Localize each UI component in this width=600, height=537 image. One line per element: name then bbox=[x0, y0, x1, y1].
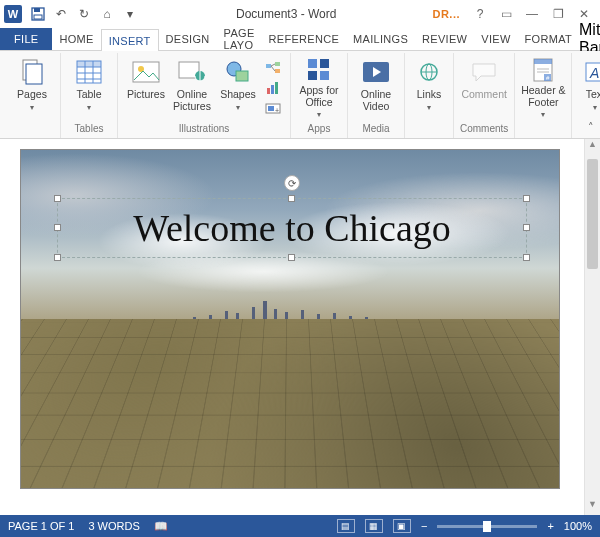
tab-references[interactable]: REFERENCE bbox=[262, 28, 347, 50]
qat-customize-icon[interactable]: ▾ bbox=[120, 4, 140, 24]
window-title: Document3 - Word bbox=[140, 7, 432, 21]
group-tables: Table ▾ Tables bbox=[61, 53, 118, 138]
svg-rect-19 bbox=[266, 64, 271, 68]
read-mode-icon[interactable]: ▤ bbox=[337, 519, 355, 533]
tab-page-layout[interactable]: PAGE LAYO bbox=[217, 28, 262, 50]
table-button[interactable]: Table ▾ bbox=[67, 55, 111, 117]
group-pages: Pages ▾ bbox=[4, 53, 61, 138]
links-button[interactable]: Links ▾ bbox=[411, 55, 447, 117]
page-count[interactable]: PAGE 1 OF 1 bbox=[8, 520, 74, 532]
web-layout-icon[interactable]: ▣ bbox=[393, 519, 411, 533]
tab-view[interactable]: VIEW bbox=[474, 28, 517, 50]
zoom-in-button[interactable]: + bbox=[547, 520, 553, 532]
ribbon: Pages ▾ Table ▾ Tables Pictures Online P… bbox=[0, 51, 600, 139]
scroll-thumb[interactable] bbox=[587, 159, 598, 269]
help-icon[interactable]: ? bbox=[468, 4, 492, 24]
dropbox-badge[interactable]: DR... bbox=[432, 8, 460, 20]
smartart-icon[interactable] bbox=[262, 59, 284, 77]
comment-label: Comment bbox=[461, 89, 507, 101]
header-footer-icon: # bbox=[528, 57, 558, 83]
svg-rect-31 bbox=[320, 59, 329, 68]
svg-rect-2 bbox=[34, 15, 42, 19]
zoom-level[interactable]: 100% bbox=[564, 520, 592, 532]
tab-file[interactable]: FILE bbox=[0, 28, 52, 50]
restore-icon[interactable]: ❐ bbox=[546, 4, 570, 24]
status-bar: PAGE 1 OF 1 3 WORDS 📖 ▤ ▦ ▣ − + 100% bbox=[0, 515, 600, 537]
apps-for-office-icon bbox=[304, 57, 334, 83]
resize-handle-se[interactable] bbox=[523, 254, 530, 261]
scroll-down-icon[interactable]: ▼ bbox=[585, 499, 600, 515]
resize-handle-sw[interactable] bbox=[54, 254, 61, 261]
chevron-down-icon: ▾ bbox=[427, 103, 431, 112]
chevron-down-icon: ▾ bbox=[317, 110, 321, 119]
quick-access-toolbar: ↶ ↻ ⌂ ▾ bbox=[28, 4, 140, 24]
ribbon-display-options-icon[interactable]: ▭ bbox=[494, 4, 518, 24]
svg-line-22 bbox=[271, 64, 275, 66]
zoom-slider-knob[interactable] bbox=[483, 521, 491, 532]
svg-rect-40 bbox=[534, 59, 552, 64]
tab-mailings[interactable]: MAILINGS bbox=[346, 28, 415, 50]
text-label: Text bbox=[586, 89, 600, 101]
text-button[interactable]: A Text ▾ bbox=[578, 55, 600, 117]
tab-design[interactable]: DESIGN bbox=[159, 28, 217, 50]
group-tables-label: Tables bbox=[75, 121, 104, 136]
collapse-ribbon-icon[interactable]: ˄ bbox=[588, 121, 594, 134]
table-label: Table bbox=[76, 89, 101, 101]
tab-format[interactable]: FORMAT bbox=[518, 28, 579, 50]
header-footer-button[interactable]: # Header & Footer ▾ bbox=[521, 55, 565, 117]
svg-rect-28 bbox=[268, 106, 274, 111]
tab-insert[interactable]: INSERT bbox=[101, 29, 159, 51]
inserted-picture[interactable]: Welcome to Chicago ⟳ bbox=[20, 149, 560, 489]
resize-handle-nw[interactable] bbox=[54, 195, 61, 202]
table-icon bbox=[74, 57, 104, 87]
resize-handle-e[interactable] bbox=[523, 224, 530, 231]
svg-rect-33 bbox=[320, 71, 329, 80]
title-bar: W ↶ ↻ ⌂ ▾ Document3 - Word DR... ? ▭ — ❐… bbox=[0, 0, 600, 28]
online-pictures-label: Online Pictures bbox=[173, 89, 211, 112]
zoom-out-button[interactable]: − bbox=[421, 520, 427, 532]
chevron-down-icon: ▾ bbox=[236, 103, 240, 112]
undo-icon[interactable]: ↶ bbox=[51, 4, 71, 24]
svg-rect-1 bbox=[34, 8, 40, 12]
resize-handle-w[interactable] bbox=[54, 224, 61, 231]
shapes-button[interactable]: Shapes ▾ bbox=[216, 55, 260, 117]
print-layout-icon[interactable]: ▦ bbox=[365, 519, 383, 533]
rotate-handle-icon[interactable]: ⟳ bbox=[284, 175, 300, 191]
svg-rect-32 bbox=[308, 71, 317, 80]
resize-handle-n[interactable] bbox=[288, 195, 295, 202]
scroll-up-icon[interactable]: ▲ bbox=[585, 139, 600, 155]
save-icon[interactable] bbox=[28, 4, 48, 24]
pages-button[interactable]: Pages ▾ bbox=[10, 55, 54, 117]
svg-rect-20 bbox=[275, 62, 280, 66]
group-text-label bbox=[594, 121, 597, 136]
text-icon: A bbox=[580, 57, 600, 87]
spellcheck-icon[interactable]: 📖 bbox=[154, 520, 168, 533]
links-label: Links bbox=[417, 89, 442, 101]
repeat-icon[interactable]: ↻ bbox=[74, 4, 94, 24]
apps-for-office-button[interactable]: Apps for Office ▾ bbox=[297, 55, 341, 117]
minimize-icon[interactable]: — bbox=[520, 4, 544, 24]
chart-icon[interactable] bbox=[262, 79, 284, 97]
online-video-label: Online Video bbox=[361, 89, 391, 112]
group-illustrations-label: Illustrations bbox=[179, 121, 230, 136]
header-footer-label: Header & Footer bbox=[521, 85, 565, 108]
screenshot-icon[interactable]: + bbox=[262, 99, 284, 117]
svg-rect-4 bbox=[26, 64, 42, 84]
online-pictures-button[interactable]: Online Pictures bbox=[170, 55, 214, 117]
pictures-button[interactable]: Pictures bbox=[124, 55, 168, 117]
group-illustrations: Pictures Online Pictures Shapes ▾ + Illu… bbox=[118, 53, 291, 138]
tab-review[interactable]: REVIEW bbox=[415, 28, 474, 50]
tab-home[interactable]: HOME bbox=[52, 28, 100, 50]
word-count[interactable]: 3 WORDS bbox=[88, 520, 139, 532]
group-pages-label bbox=[31, 121, 34, 136]
resize-handle-ne[interactable] bbox=[523, 195, 530, 202]
comment-button[interactable]: Comment bbox=[462, 55, 506, 117]
text-box[interactable]: Welcome to Chicago ⟳ bbox=[57, 198, 527, 258]
online-video-button[interactable]: Online Video bbox=[354, 55, 398, 117]
zoom-slider[interactable] bbox=[437, 525, 537, 528]
document-canvas[interactable]: Welcome to Chicago ⟳ ▲ ▼ bbox=[0, 139, 600, 515]
group-apps: Apps for Office ▾ Apps bbox=[291, 53, 348, 138]
vertical-scrollbar[interactable]: ▲ ▼ bbox=[584, 139, 600, 515]
home-icon[interactable]: ⌂ bbox=[97, 4, 117, 24]
resize-handle-s[interactable] bbox=[288, 254, 295, 261]
